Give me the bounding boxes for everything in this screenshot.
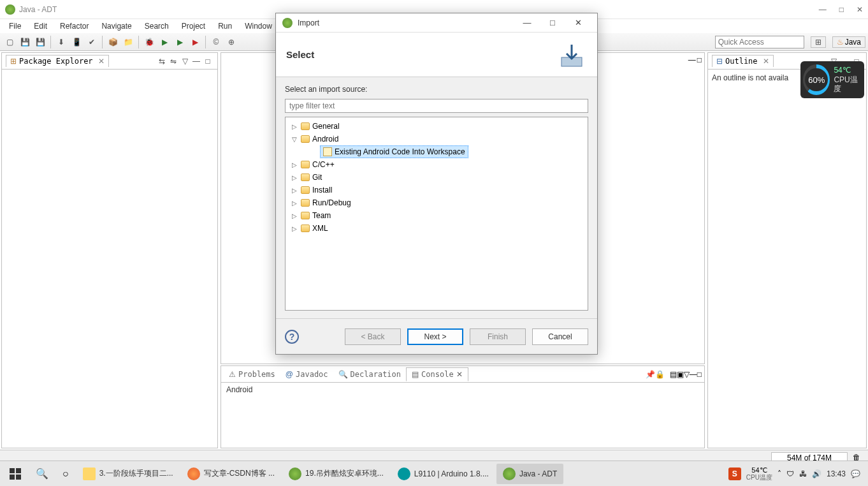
outline-view: ⊟ Outline ✕ ▽ — □ An outline is not avai… bbox=[707, 52, 867, 448]
menu-edit[interactable]: Edit bbox=[29, 20, 52, 32]
dialog-maximize-button[interactable]: □ bbox=[540, 18, 565, 27]
console-maximize-button[interactable]: □ bbox=[697, 370, 702, 379]
filter-input[interactable] bbox=[285, 99, 588, 113]
open-type-button[interactable]: ⊕ bbox=[224, 35, 238, 49]
cpu-widget[interactable]: 60% 54℃ CPU温度 bbox=[800, 61, 864, 98]
console-tab[interactable]: ▤Console✕ bbox=[406, 367, 468, 381]
taskbar-item-2[interactable]: 19.吊炸酷炫安卓环境... bbox=[282, 464, 390, 484]
new-class-button[interactable]: © bbox=[209, 35, 223, 49]
tree-leaf-existing-android-code[interactable]: Existing Android Code Into Workspace bbox=[320, 145, 468, 158]
run-button[interactable]: ▶ bbox=[157, 35, 171, 49]
declaration-tab[interactable]: 🔍Declaration bbox=[333, 368, 406, 381]
outline-label: Outline bbox=[725, 57, 758, 66]
console-lock-button[interactable]: 🔒 bbox=[655, 370, 665, 379]
new-project-button[interactable]: 📦 bbox=[106, 35, 120, 49]
lint-button[interactable]: ✔ bbox=[85, 35, 99, 49]
new-package-button[interactable]: 📁 bbox=[121, 35, 135, 49]
help-button[interactable]: ? bbox=[285, 330, 299, 344]
tray-temp[interactable]: 54℃ CPU温度 bbox=[746, 466, 772, 481]
folder-icon bbox=[301, 225, 310, 232]
import-tree[interactable]: ▷General ▽Android Existing Android Code … bbox=[285, 117, 588, 311]
new-button[interactable]: ▢ bbox=[3, 35, 17, 49]
menu-window[interactable]: Window bbox=[240, 20, 277, 32]
window-close-button[interactable]: ✕ bbox=[857, 5, 863, 14]
tray-volume-icon[interactable]: 🔊 bbox=[812, 469, 821, 478]
menu-run[interactable]: Run bbox=[213, 20, 237, 32]
menu-search[interactable]: Search bbox=[140, 20, 174, 32]
editor-maximize-button[interactable]: □ bbox=[697, 55, 702, 64]
tray-shield-icon[interactable]: 🛡 bbox=[786, 469, 794, 478]
dialog-minimize-button[interactable]: — bbox=[514, 18, 540, 27]
tree-node-git[interactable]: ▷Git bbox=[289, 171, 584, 184]
menu-file[interactable]: File bbox=[4, 20, 26, 32]
maximize-view-button[interactable]: □ bbox=[203, 56, 213, 66]
view-menu-button[interactable]: ▽ bbox=[180, 56, 190, 66]
cpu-temp: 54℃ bbox=[834, 66, 862, 75]
tray-network-icon[interactable]: 🖧 bbox=[799, 469, 807, 478]
quick-access-input[interactable] bbox=[715, 36, 804, 48]
external-tools-button[interactable]: ▶ bbox=[188, 35, 202, 49]
back-button[interactable]: < Back bbox=[345, 328, 401, 345]
package-explorer-tab[interactable]: ⊞ Package Explorer ✕ bbox=[6, 55, 109, 67]
sdk-manager-button[interactable]: ⬇ bbox=[54, 35, 68, 49]
window-title: Java - ADT bbox=[19, 5, 57, 14]
close-console-icon[interactable]: ✕ bbox=[456, 370, 463, 379]
cortana-button[interactable]: ○ bbox=[56, 464, 75, 484]
dialog-title: Import bbox=[298, 18, 514, 27]
taskbar-item-4[interactable]: Java - ADT bbox=[496, 464, 563, 484]
package-explorer-tree[interactable] bbox=[2, 70, 217, 448]
save-button[interactable]: 💾 bbox=[18, 35, 32, 49]
close-tab-icon[interactable]: ✕ bbox=[98, 57, 105, 66]
cpu-ring: 60% bbox=[803, 64, 830, 95]
dialog-close-button[interactable]: ✕ bbox=[565, 18, 591, 27]
tray-clock[interactable]: 13:43 bbox=[827, 469, 846, 478]
minimize-view-button[interactable]: — bbox=[191, 56, 201, 66]
start-button[interactable] bbox=[3, 464, 28, 484]
save-all-button[interactable]: 💾 bbox=[33, 35, 47, 49]
open-perspective-button[interactable]: ⊞ bbox=[811, 36, 826, 48]
display-selected-button[interactable]: ▤ bbox=[670, 370, 677, 379]
avd-manager-button[interactable]: 📱 bbox=[69, 35, 83, 49]
collapse-all-button[interactable]: ⇆ bbox=[157, 56, 167, 66]
tray-ime-icon[interactable]: S bbox=[728, 468, 741, 480]
open-console-button[interactable]: ▣ bbox=[677, 370, 684, 379]
taskbar: 🔍 ○ 3.一阶段练手项目二... 写文章-CSDN博客 ... 19.吊炸酷炫… bbox=[0, 460, 868, 486]
tray-expand-icon[interactable]: ˄ bbox=[778, 469, 781, 478]
link-editor-button[interactable]: ⇋ bbox=[168, 56, 178, 66]
tree-node-xml[interactable]: ▷XML bbox=[289, 222, 584, 235]
javadoc-tab[interactable]: @Javadoc bbox=[280, 368, 333, 381]
debug-button[interactable]: 🐞 bbox=[142, 35, 156, 49]
menu-project[interactable]: Project bbox=[177, 20, 210, 32]
tray-notifications-icon[interactable]: 💬 bbox=[851, 469, 860, 478]
svg-rect-2 bbox=[16, 468, 21, 473]
tree-node-install[interactable]: ▷Install bbox=[289, 184, 584, 196]
tree-node-cpp[interactable]: ▷C/C++ bbox=[289, 158, 584, 171]
run-last-button[interactable]: ▶ bbox=[173, 35, 187, 49]
search-button[interactable]: 🔍 bbox=[29, 464, 55, 484]
window-minimize-button[interactable]: — bbox=[819, 5, 827, 14]
import-dialog: Import — □ ✕ Select Select an import sou… bbox=[275, 13, 598, 355]
menu-refactor[interactable]: Refactor bbox=[55, 20, 94, 32]
window-maximize-button[interactable]: □ bbox=[839, 5, 844, 14]
console-menu-button[interactable]: ▽ bbox=[684, 370, 690, 379]
package-explorer-label: Package Explorer bbox=[19, 57, 93, 66]
tree-node-android[interactable]: ▽Android bbox=[289, 133, 584, 145]
taskbar-item-0[interactable]: 3.一阶段练手项目二... bbox=[76, 464, 180, 484]
editor-minimize-button[interactable]: — bbox=[688, 55, 696, 64]
cancel-button[interactable]: Cancel bbox=[532, 328, 588, 345]
taskbar-item-3[interactable]: L9110 | Arduino 1.8.... bbox=[391, 464, 495, 484]
tree-node-team[interactable]: ▷Team bbox=[289, 209, 584, 222]
console-output[interactable]: Android bbox=[221, 383, 704, 448]
finish-button[interactable]: Finish bbox=[470, 328, 526, 345]
tree-node-rundebug[interactable]: ▷Run/Debug bbox=[289, 196, 584, 209]
java-perspective-button[interactable]: ♨ Java bbox=[832, 36, 865, 48]
outline-tab[interactable]: ⊟ Outline ✕ bbox=[712, 55, 774, 67]
tree-node-general[interactable]: ▷General bbox=[289, 120, 584, 133]
next-button[interactable]: Next > bbox=[407, 328, 463, 345]
close-outline-icon[interactable]: ✕ bbox=[763, 57, 769, 66]
menu-navigate[interactable]: Navigate bbox=[96, 20, 136, 32]
problems-tab[interactable]: ⚠Problems bbox=[224, 368, 280, 381]
console-pin-button[interactable]: 📌 bbox=[646, 370, 655, 379]
taskbar-item-1[interactable]: 写文章-CSDN博客 ... bbox=[181, 464, 281, 484]
console-minimize-button[interactable]: — bbox=[690, 370, 697, 379]
